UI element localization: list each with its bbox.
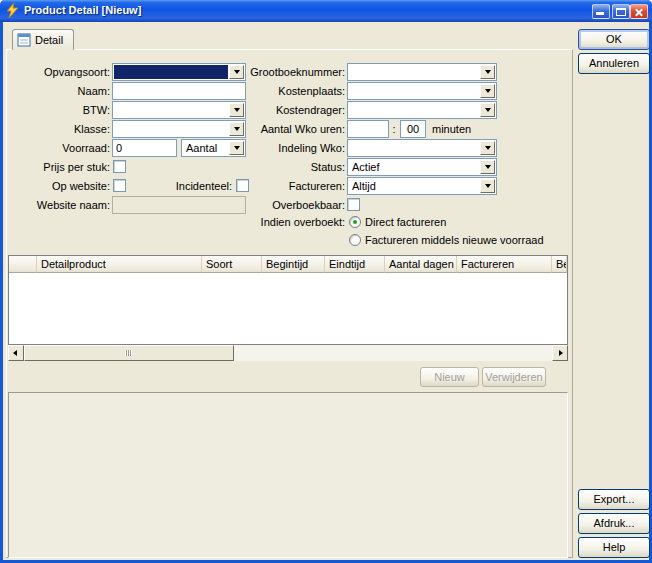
column-header-factureren[interactable]: Factureren xyxy=(457,256,552,273)
overboekbaar-label: Overboekbaar: xyxy=(238,196,345,214)
detail-tab-icon xyxy=(17,33,31,47)
klasse-value xyxy=(114,122,228,136)
kostendrager-combobox[interactable] xyxy=(347,101,497,119)
product-detail-window: Product Detail [Nieuw] Detail Opvangsoor… xyxy=(0,0,652,563)
column-header-eindtijd[interactable]: Eindtijd xyxy=(325,256,385,273)
minimize-icon xyxy=(596,12,604,15)
tab-detail[interactable]: Detail xyxy=(12,29,74,50)
voorraad-eenheid-value: Aantal xyxy=(183,141,228,155)
website-naam-input xyxy=(112,196,246,214)
prijs-per-stuk-label: Prijs per stuk: xyxy=(8,158,110,176)
kostenplaats-combobox[interactable] xyxy=(347,82,497,100)
afdruk-button[interactable]: Afdruk... xyxy=(578,513,650,534)
chevron-down-icon xyxy=(485,184,491,188)
ok-button[interactable]: OK xyxy=(578,29,650,50)
arrow-right-icon xyxy=(559,350,563,356)
nieuw-button[interactable]: Nieuw xyxy=(420,367,479,387)
column-header-aantal-dagen[interactable]: Aantal dagen xyxy=(385,256,457,273)
window-title: Product Detail [Nieuw] xyxy=(24,4,141,16)
grootboeknummer-value xyxy=(349,65,479,79)
prijs-per-stuk-checkbox[interactable] xyxy=(113,160,126,173)
chevron-down-icon xyxy=(485,70,491,74)
scroll-right-button[interactable] xyxy=(552,345,568,361)
factureren-nieuwe-voorraad-radio-label: Factureren middels nieuwe voorraad xyxy=(365,231,575,249)
voorraad-input[interactable] xyxy=(112,139,177,157)
arrow-left-icon xyxy=(13,350,17,356)
export-button[interactable]: Export... xyxy=(578,489,650,510)
chevron-down-icon xyxy=(485,108,491,112)
voorraad-eenheid-combobox[interactable]: Aantal xyxy=(181,139,246,157)
column-header-detailproduct[interactable]: Detailproduct xyxy=(37,256,202,273)
maximize-button[interactable] xyxy=(612,4,630,19)
kostendrager-dropdown-button[interactable] xyxy=(480,103,495,117)
table-horizontal-scrollbar[interactable] xyxy=(8,345,568,361)
detail-info-panel xyxy=(8,392,568,558)
kostenplaats-label: Kostenplaats: xyxy=(238,82,345,100)
detailproduct-table-header: Detailproduct Soort Begintijd Eindtijd A… xyxy=(9,256,567,273)
op-website-checkbox[interactable] xyxy=(113,179,126,192)
factureren-dropdown-button[interactable] xyxy=(480,179,495,193)
indeling-wko-label: Indeling Wko: xyxy=(238,139,345,157)
kostenplaats-dropdown-button[interactable] xyxy=(480,84,495,98)
naam-label: Naam: xyxy=(8,82,110,100)
kostendrager-value xyxy=(349,103,479,117)
scrollbar-thumb[interactable] xyxy=(24,345,234,361)
direct-factureren-radio[interactable] xyxy=(349,216,361,228)
scroll-left-button[interactable] xyxy=(8,345,24,361)
voorraad-label: Voorraad: xyxy=(8,139,110,157)
btw-value xyxy=(114,103,228,117)
wko-uren-separator: : xyxy=(390,120,398,138)
indeling-wko-value xyxy=(349,141,479,155)
close-button[interactable] xyxy=(630,4,648,19)
close-icon xyxy=(631,5,647,18)
btw-label: BTW: xyxy=(8,101,110,119)
column-header-selector[interactable] xyxy=(9,256,37,273)
status-dropdown-button[interactable] xyxy=(480,160,495,174)
grootboeknummer-label: Grootboeknummer: xyxy=(238,63,345,81)
direct-factureren-radio-label: Direct factureren xyxy=(365,213,565,231)
kostenplaats-value xyxy=(349,84,479,98)
incidenteel-label: Incidenteel: xyxy=(140,177,232,195)
klasse-label: Klasse: xyxy=(8,120,110,138)
maximize-icon xyxy=(616,8,626,16)
aantal-wko-uren-label: Aantal Wko uren: xyxy=(238,120,345,138)
opvangsoort-combobox[interactable] xyxy=(112,63,246,81)
detailproduct-table-body[interactable] xyxy=(9,273,567,344)
indien-overboekt-label: Indien overboekt: xyxy=(238,213,345,231)
column-header-soort[interactable]: Soort xyxy=(202,256,262,273)
kostendrager-label: Kostendrager: xyxy=(238,101,345,119)
wko-minuten-suffix: minuten xyxy=(432,120,492,138)
minimize-button[interactable] xyxy=(592,4,610,19)
help-button[interactable]: Help xyxy=(578,537,650,558)
klasse-combobox[interactable] xyxy=(112,120,246,138)
factureren-value: Altijd xyxy=(349,179,479,193)
status-label: Status: xyxy=(238,158,345,176)
column-header-be[interactable]: Be xyxy=(552,256,567,273)
status-value: Actief xyxy=(349,160,479,174)
factureren-nieuwe-voorraad-radio[interactable] xyxy=(349,234,361,246)
wko-minuten-input[interactable] xyxy=(400,120,426,138)
status-combobox[interactable]: Actief xyxy=(347,158,497,176)
titlebar[interactable]: Product Detail [Nieuw] xyxy=(0,0,652,22)
annuleren-button[interactable]: Annuleren xyxy=(578,53,650,74)
overboekbaar-checkbox[interactable] xyxy=(347,198,360,211)
factureren-label: Factureren: xyxy=(238,177,345,195)
grootboeknummer-dropdown-button[interactable] xyxy=(480,65,495,79)
opvangsoort-value xyxy=(114,65,228,79)
verwijderen-button[interactable]: Verwijderen xyxy=(482,367,546,387)
chevron-down-icon xyxy=(485,89,491,93)
factureren-combobox[interactable]: Altijd xyxy=(347,177,497,195)
website-naam-label: Website naam: xyxy=(8,196,110,214)
scrollbar-grip-icon xyxy=(125,350,132,356)
chevron-down-icon xyxy=(485,146,491,150)
indeling-wko-combobox[interactable] xyxy=(347,139,497,157)
op-website-label: Op website: xyxy=(8,177,110,195)
opvangsoort-label: Opvangsoort: xyxy=(8,63,110,81)
grootboeknummer-combobox[interactable] xyxy=(347,63,497,81)
naam-input[interactable] xyxy=(112,82,246,100)
btw-combobox[interactable] xyxy=(112,101,246,119)
wko-uren-input[interactable] xyxy=(347,120,389,138)
indeling-wko-dropdown-button[interactable] xyxy=(480,141,495,155)
column-header-begintijd[interactable]: Begintijd xyxy=(262,256,325,273)
detailproduct-table: Detailproduct Soort Begintijd Eindtijd A… xyxy=(8,255,568,345)
